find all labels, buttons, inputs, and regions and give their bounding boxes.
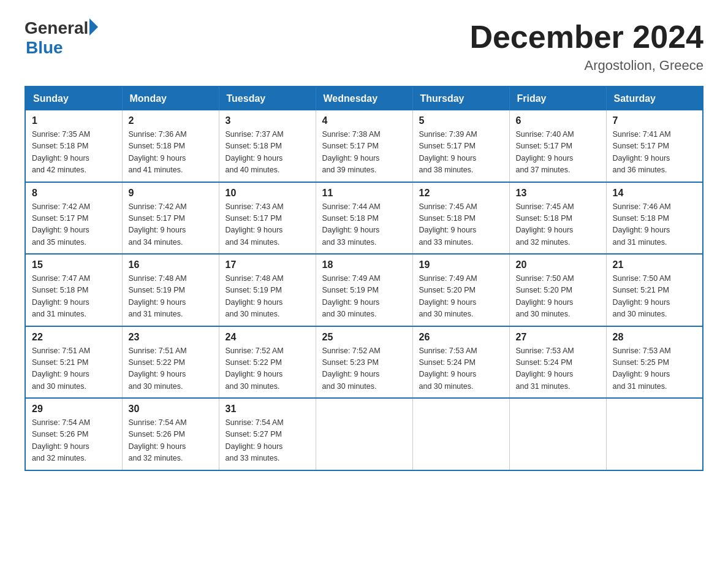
logo-triangle-icon xyxy=(89,18,98,36)
day-info: Sunrise: 7:47 AMSunset: 5:18 PMDaylight:… xyxy=(32,274,90,318)
day-number: 14 xyxy=(613,188,697,199)
calendar-cell: 10 Sunrise: 7:43 AMSunset: 5:17 PMDaylig… xyxy=(219,182,316,255)
calendar-cell: 3 Sunrise: 7:37 AMSunset: 5:18 PMDayligh… xyxy=(219,110,316,182)
calendar-cell: 2 Sunrise: 7:36 AMSunset: 5:18 PMDayligh… xyxy=(122,110,219,182)
logo-blue-text: Blue xyxy=(26,38,63,58)
day-info: Sunrise: 7:45 AMSunset: 5:18 PMDaylight:… xyxy=(516,202,574,247)
day-number: 25 xyxy=(322,332,406,343)
calendar-cell: 9 Sunrise: 7:42 AMSunset: 5:17 PMDayligh… xyxy=(122,182,219,255)
day-info: Sunrise: 7:45 AMSunset: 5:18 PMDaylight:… xyxy=(419,202,477,247)
day-number: 4 xyxy=(322,115,406,126)
logo: General Blue xyxy=(25,18,98,58)
day-info: Sunrise: 7:54 AMSunset: 5:26 PMDaylight:… xyxy=(32,418,90,462)
day-info: Sunrise: 7:42 AMSunset: 5:17 PMDaylight:… xyxy=(129,202,187,247)
day-info: Sunrise: 7:52 AMSunset: 5:23 PMDaylight:… xyxy=(322,347,381,391)
calendar-subtitle: Argostolion, Greece xyxy=(469,58,703,74)
calendar-week-row: 1 Sunrise: 7:35 AMSunset: 5:18 PMDayligh… xyxy=(25,110,703,182)
day-info: Sunrise: 7:40 AMSunset: 5:17 PMDaylight:… xyxy=(516,130,574,174)
calendar-cell: 12 Sunrise: 7:45 AMSunset: 5:18 PMDaylig… xyxy=(412,182,509,255)
calendar-week-row: 15 Sunrise: 7:47 AMSunset: 5:18 PMDaylig… xyxy=(25,254,703,326)
calendar-header-saturday: Saturday xyxy=(606,86,703,110)
day-info: Sunrise: 7:48 AMSunset: 5:19 PMDaylight:… xyxy=(226,274,284,318)
calendar-cell: 19 Sunrise: 7:49 AMSunset: 5:20 PMDaylig… xyxy=(412,254,509,326)
day-number: 28 xyxy=(613,332,697,343)
day-number: 30 xyxy=(129,404,213,415)
calendar-cell: 17 Sunrise: 7:48 AMSunset: 5:19 PMDaylig… xyxy=(219,254,316,326)
day-number: 1 xyxy=(32,115,116,126)
day-info: Sunrise: 7:36 AMSunset: 5:18 PMDaylight:… xyxy=(129,130,187,174)
day-number: 15 xyxy=(32,259,116,270)
calendar-cell: 22 Sunrise: 7:51 AMSunset: 5:21 PMDaylig… xyxy=(25,326,122,399)
calendar-cell: 25 Sunrise: 7:52 AMSunset: 5:23 PMDaylig… xyxy=(316,326,412,399)
calendar-cell: 5 Sunrise: 7:39 AMSunset: 5:17 PMDayligh… xyxy=(412,110,509,182)
logo-general-text: General xyxy=(25,18,88,38)
calendar-cell xyxy=(509,398,606,470)
day-number: 11 xyxy=(322,188,406,199)
day-info: Sunrise: 7:41 AMSunset: 5:17 PMDaylight:… xyxy=(613,130,671,174)
calendar-cell xyxy=(412,398,509,470)
day-info: Sunrise: 7:42 AMSunset: 5:17 PMDaylight:… xyxy=(32,202,90,247)
calendar-cell: 21 Sunrise: 7:50 AMSunset: 5:21 PMDaylig… xyxy=(606,254,703,326)
calendar-cell xyxy=(316,398,412,470)
calendar-cell: 4 Sunrise: 7:38 AMSunset: 5:17 PMDayligh… xyxy=(316,110,412,182)
day-number: 26 xyxy=(419,332,503,343)
day-number: 21 xyxy=(613,259,697,270)
day-number: 29 xyxy=(32,404,116,415)
day-number: 13 xyxy=(516,188,600,199)
day-info: Sunrise: 7:54 AMSunset: 5:26 PMDaylight:… xyxy=(129,418,187,462)
day-info: Sunrise: 7:53 AMSunset: 5:24 PMDaylight:… xyxy=(516,347,574,391)
calendar-cell: 24 Sunrise: 7:52 AMSunset: 5:22 PMDaylig… xyxy=(219,326,316,399)
day-info: Sunrise: 7:54 AMSunset: 5:27 PMDaylight:… xyxy=(226,418,284,462)
day-number: 23 xyxy=(129,332,213,343)
day-info: Sunrise: 7:39 AMSunset: 5:17 PMDaylight:… xyxy=(419,130,477,174)
calendar-cell: 6 Sunrise: 7:40 AMSunset: 5:17 PMDayligh… xyxy=(509,110,606,182)
calendar-cell: 7 Sunrise: 7:41 AMSunset: 5:17 PMDayligh… xyxy=(606,110,703,182)
day-info: Sunrise: 7:48 AMSunset: 5:19 PMDaylight:… xyxy=(129,274,187,318)
calendar-header-friday: Friday xyxy=(509,86,606,110)
calendar-header-wednesday: Wednesday xyxy=(316,86,412,110)
day-info: Sunrise: 7:53 AMSunset: 5:25 PMDaylight:… xyxy=(613,347,671,391)
day-number: 8 xyxy=(32,188,116,199)
calendar-cell: 29 Sunrise: 7:54 AMSunset: 5:26 PMDaylig… xyxy=(25,398,122,470)
day-info: Sunrise: 7:50 AMSunset: 5:20 PMDaylight:… xyxy=(516,274,574,318)
day-info: Sunrise: 7:46 AMSunset: 5:18 PMDaylight:… xyxy=(613,202,671,247)
calendar-table: SundayMondayTuesdayWednesdayThursdayFrid… xyxy=(25,86,703,471)
calendar-week-row: 22 Sunrise: 7:51 AMSunset: 5:21 PMDaylig… xyxy=(25,326,703,399)
day-number: 22 xyxy=(32,332,116,343)
calendar-cell: 23 Sunrise: 7:51 AMSunset: 5:22 PMDaylig… xyxy=(122,326,219,399)
day-number: 2 xyxy=(129,115,213,126)
day-info: Sunrise: 7:38 AMSunset: 5:17 PMDaylight:… xyxy=(322,130,381,174)
calendar-cell: 20 Sunrise: 7:50 AMSunset: 5:20 PMDaylig… xyxy=(509,254,606,326)
day-info: Sunrise: 7:49 AMSunset: 5:19 PMDaylight:… xyxy=(322,274,381,318)
day-number: 3 xyxy=(226,115,309,126)
day-info: Sunrise: 7:52 AMSunset: 5:22 PMDaylight:… xyxy=(226,347,284,391)
calendar-cell: 30 Sunrise: 7:54 AMSunset: 5:26 PMDaylig… xyxy=(122,398,219,470)
day-info: Sunrise: 7:44 AMSunset: 5:18 PMDaylight:… xyxy=(322,202,381,247)
calendar-header-sunday: Sunday xyxy=(25,86,122,110)
day-info: Sunrise: 7:51 AMSunset: 5:21 PMDaylight:… xyxy=(32,347,90,391)
day-info: Sunrise: 7:53 AMSunset: 5:24 PMDaylight:… xyxy=(419,347,477,391)
calendar-cell: 16 Sunrise: 7:48 AMSunset: 5:19 PMDaylig… xyxy=(122,254,219,326)
day-info: Sunrise: 7:43 AMSunset: 5:17 PMDaylight:… xyxy=(226,202,284,247)
calendar-cell: 14 Sunrise: 7:46 AMSunset: 5:18 PMDaylig… xyxy=(606,182,703,255)
day-number: 7 xyxy=(613,115,697,126)
calendar-header-thursday: Thursday xyxy=(412,86,509,110)
calendar-header-monday: Monday xyxy=(122,86,219,110)
day-info: Sunrise: 7:51 AMSunset: 5:22 PMDaylight:… xyxy=(129,347,187,391)
calendar-cell: 18 Sunrise: 7:49 AMSunset: 5:19 PMDaylig… xyxy=(316,254,412,326)
calendar-cell: 11 Sunrise: 7:44 AMSunset: 5:18 PMDaylig… xyxy=(316,182,412,255)
page-header: General Blue December 2024 Argostolion, … xyxy=(25,18,703,74)
calendar-cell: 31 Sunrise: 7:54 AMSunset: 5:27 PMDaylig… xyxy=(219,398,316,470)
day-info: Sunrise: 7:50 AMSunset: 5:21 PMDaylight:… xyxy=(613,274,671,318)
day-number: 5 xyxy=(419,115,503,126)
calendar-cell: 28 Sunrise: 7:53 AMSunset: 5:25 PMDaylig… xyxy=(606,326,703,399)
calendar-cell: 26 Sunrise: 7:53 AMSunset: 5:24 PMDaylig… xyxy=(412,326,509,399)
calendar-cell xyxy=(606,398,703,470)
day-number: 18 xyxy=(322,259,406,270)
day-number: 10 xyxy=(226,188,309,199)
calendar-cell: 8 Sunrise: 7:42 AMSunset: 5:17 PMDayligh… xyxy=(25,182,122,255)
day-number: 6 xyxy=(516,115,600,126)
day-number: 27 xyxy=(516,332,600,343)
day-number: 17 xyxy=(226,259,309,270)
day-info: Sunrise: 7:49 AMSunset: 5:20 PMDaylight:… xyxy=(419,274,477,318)
